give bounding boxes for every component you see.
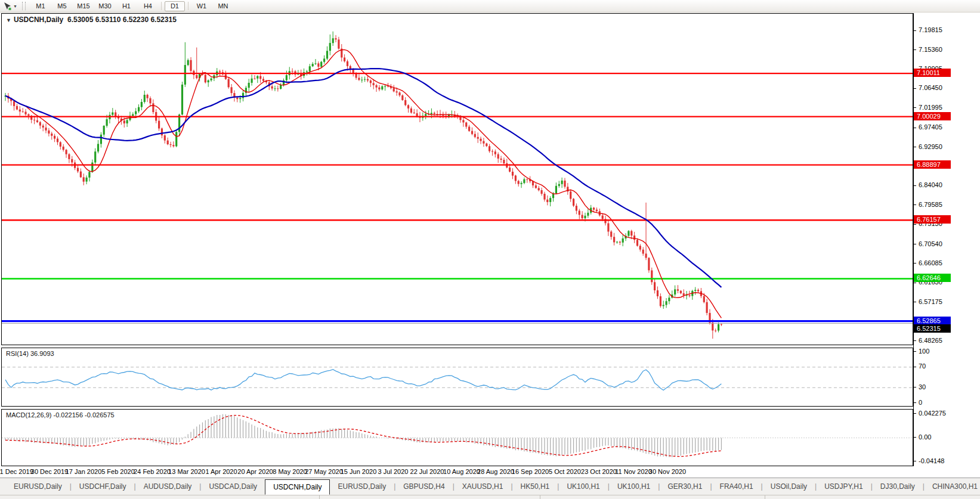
- timeframe-button-h1[interactable]: H1: [116, 1, 137, 11]
- date-label: 30 Dec 2019: [31, 468, 68, 475]
- price-tick-mark: [914, 263, 916, 264]
- date-label: 15 Jun 2020: [341, 468, 377, 475]
- tab-eurusd-daily[interactable]: EURUSD,Daily: [330, 479, 394, 494]
- price-tick-mark: [914, 340, 916, 341]
- timeframe-button-m5[interactable]: M5: [52, 1, 72, 11]
- timeframe-button-m30[interactable]: M30: [95, 1, 115, 11]
- price-tick-mark: [914, 224, 916, 225]
- tab-fra40-h1[interactable]: FRA40,H1: [712, 479, 761, 494]
- price-tick-label: 6.70540: [919, 240, 942, 248]
- timeframe-button-d1[interactable]: D1: [165, 1, 185, 11]
- tab-china300-h1[interactable]: CHINA300,H1: [925, 479, 980, 494]
- date-label: 24 Feb 2020: [134, 468, 171, 475]
- date-label: 11 Dec 2019: [0, 468, 33, 475]
- rsi-tick-mark: [914, 351, 916, 352]
- toolbar: ▼ M1M5M15M30H1H4D1W1MN: [0, 0, 980, 13]
- price-level-label: 7.10011: [914, 69, 951, 77]
- rsi-indicator-label: RSI(14) 36.9093: [6, 350, 54, 357]
- timeframe-button-w1[interactable]: W1: [191, 1, 212, 11]
- price-tick-mark: [914, 147, 916, 147]
- macd-plot[interactable]: [2, 410, 913, 466]
- rsi-tick-label: 100: [919, 348, 929, 355]
- status-separator: [319, 495, 320, 499]
- date-label: 5 Feb 2020: [101, 468, 135, 475]
- main-chart-panel: ▼USDCNH,Daily 6.53005 6.53110 6.52230 6.…: [1, 13, 913, 345]
- timeframe-separator: [188, 2, 188, 10]
- date-label: 13 Mar 2020: [168, 468, 205, 475]
- chart-ohlc-quote: 6.53005 6.53110 6.52230 6.52315: [67, 16, 177, 24]
- macd-tick-label: 0.00: [919, 433, 931, 441]
- tab-gbpusd-h4[interactable]: GBPUSD,H4: [395, 479, 452, 494]
- tab-dj30-daily[interactable]: DJ30,Daily: [873, 479, 923, 494]
- price-tick-mark: [914, 244, 916, 244]
- rsi-tick-mark: [914, 402, 916, 403]
- rsi-plot[interactable]: [2, 348, 913, 406]
- tool-dropdown-caret-icon[interactable]: ▼: [13, 4, 17, 8]
- chart-tab-bar: EURUSD,Daily|USDCHF,Daily|AUDUSD,Daily|U…: [0, 478, 980, 495]
- date-label: 10 Aug 2020: [443, 468, 480, 475]
- date-label: 23 Oct 2020: [581, 468, 617, 475]
- date-label: 16 Sep 2020: [512, 468, 549, 475]
- date-label: 5 Oct 2020: [549, 468, 581, 475]
- timeframe-button-m15[interactable]: M15: [73, 1, 94, 11]
- chart-collapse-icon[interactable]: ▼: [6, 17, 11, 23]
- tab-eurusd-daily[interactable]: EURUSD,Daily: [6, 479, 70, 494]
- price-tick-mark: [914, 107, 916, 108]
- tab-uk100-h1[interactable]: UK100,H1: [559, 479, 607, 494]
- date-label: 28 Aug 2020: [477, 468, 514, 475]
- price-tick-mark: [914, 128, 916, 128]
- tab-uk100-h1[interactable]: UK100,H1: [610, 479, 658, 494]
- date-label: 11 Nov 2020: [615, 468, 652, 475]
- status-strip: [0, 495, 980, 499]
- chart-title: ▼USDCNH,Daily 6.53005 6.53110 6.52230 6.…: [6, 16, 177, 24]
- timeframe-button-m1[interactable]: M1: [30, 1, 51, 11]
- price-tick-mark: [914, 49, 916, 50]
- price-tick-label: 6.66085: [919, 259, 942, 267]
- chart-symbol-label: USDCNH,Daily: [14, 16, 63, 24]
- date-label: 22 Jul 2020: [410, 468, 444, 475]
- tab-usdcad-daily[interactable]: USDCAD,Daily: [201, 479, 265, 494]
- tab-hk50-h1[interactable]: HK50,H1: [513, 479, 558, 494]
- tab-usdjpy-h1[interactable]: USDJPY,H1: [817, 479, 870, 494]
- price-level-label: 6.52315: [914, 324, 951, 333]
- date-label: 3 Jul 2020: [378, 468, 409, 475]
- rsi-tick-label: 30: [919, 383, 926, 391]
- tab-usdchf-daily[interactable]: USDCHF,Daily: [72, 479, 134, 494]
- timeframe-separator: [161, 2, 162, 10]
- price-tick-label: 6.57175: [919, 298, 942, 306]
- price-level-label: 6.76157: [914, 215, 951, 224]
- tab-ger30-h1[interactable]: GER30,H1: [660, 479, 710, 494]
- date-label: 20 Apr 2020: [237, 468, 273, 475]
- macd-tick-label: -0.04148: [919, 457, 944, 465]
- price-tick-mark: [914, 30, 916, 31]
- rsi-tick-mark: [914, 367, 916, 367]
- price-tick-label: 6.92950: [919, 143, 942, 151]
- price-tick-mark: [914, 88, 916, 89]
- price-tick-label: 6.97405: [919, 123, 942, 131]
- timeframe-button-h4[interactable]: H4: [138, 1, 158, 11]
- price-tick-mark: [914, 204, 916, 205]
- tab-usoil-daily[interactable]: USOil,Daily: [763, 479, 815, 494]
- date-axis[interactable]: 11 Dec 201930 Dec 201917 Jan 20205 Feb 2…: [1, 468, 913, 477]
- status-separator: [540, 495, 540, 499]
- macd-panel: MACD(12,26,9) -0.022156 -0.026575: [1, 409, 913, 466]
- price-axis-line: [913, 13, 914, 466]
- toolbar-grip[interactable]: [22, 2, 26, 10]
- date-label: 1 Apr 2020: [205, 468, 237, 475]
- date-label: 27 May 2020: [305, 468, 343, 475]
- crosshair-tool-icon[interactable]: [2, 1, 13, 11]
- candlestick-plot[interactable]: [2, 14, 913, 345]
- price-tick-label: 6.79585: [919, 201, 942, 209]
- timeframe-button-mn[interactable]: MN: [213, 1, 233, 11]
- macd-tick-mark: [914, 413, 916, 414]
- tab-xauusd-h1[interactable]: XAUUSD,H1: [455, 479, 511, 494]
- price-tick-label: 6.48265: [919, 337, 942, 345]
- macd-indicator-label: MACD(12,26,9) -0.022156 -0.026575: [6, 411, 115, 419]
- rsi-tick-label: 70: [919, 362, 926, 370]
- price-level-label: 7.00029: [914, 112, 951, 120]
- macd-tick-label: 0.042275: [919, 410, 946, 417]
- tab-usdcnh-daily[interactable]: USDCNH,Daily: [265, 479, 330, 495]
- tab-audusd-daily[interactable]: AUDUSD,Daily: [136, 479, 200, 494]
- price-tick-mark: [914, 283, 916, 283]
- price-level-label: 6.62646: [914, 274, 951, 282]
